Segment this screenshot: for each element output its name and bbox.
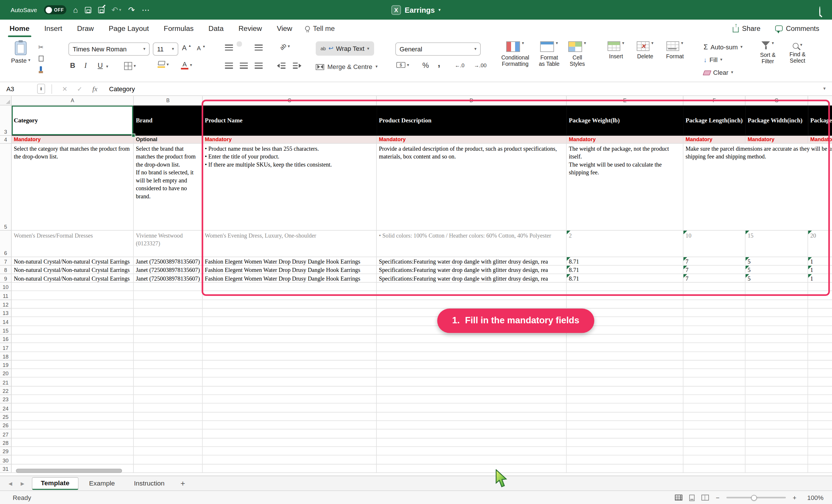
format-cells-button[interactable]: ▾ Format	[661, 41, 689, 59]
cell-A3-selected[interactable]: Category	[11, 106, 133, 136]
name-box[interactable]: A3	[0, 85, 37, 93]
cell[interactable]	[746, 412, 808, 421]
paste-button[interactable]: Paste▾	[8, 41, 33, 63]
cell[interactable]: 1	[808, 257, 832, 265]
cell[interactable]	[377, 447, 567, 455]
cell[interactable]	[808, 412, 832, 421]
zoom-level[interactable]: 100%	[803, 494, 824, 501]
cell[interactable]	[567, 352, 683, 361]
cell[interactable]	[683, 464, 746, 473]
cell[interactable]: 20	[808, 231, 832, 257]
cell[interactable]: Non-natural Crystal/Non-natural Crystal …	[11, 274, 133, 283]
underline-button[interactable]: U	[98, 61, 103, 69]
cell[interactable]: 8.71	[567, 274, 683, 283]
cell[interactable]	[11, 403, 133, 412]
row-header-18[interactable]: 18	[0, 352, 11, 361]
cell[interactable]: 5	[746, 265, 808, 274]
column-header-D[interactable]: D	[377, 96, 567, 105]
cell[interactable]	[134, 300, 203, 309]
cell[interactable]	[567, 300, 683, 309]
tab-page-layout[interactable]: Page Layout	[109, 24, 149, 32]
row-header-24[interactable]: 24	[0, 403, 11, 412]
cell[interactable]	[808, 378, 832, 387]
cell[interactable]	[808, 291, 832, 300]
cell[interactable]	[683, 412, 746, 421]
zoom-in-icon[interactable]: +	[793, 494, 797, 501]
row-header-9[interactable]: 9	[0, 274, 11, 283]
cell[interactable]	[808, 309, 832, 317]
bold-button[interactable]: B	[70, 61, 75, 69]
row-header-29[interactable]: 29	[0, 447, 11, 455]
cell[interactable]	[567, 343, 683, 352]
cell[interactable]	[134, 291, 203, 300]
sort-filter-button[interactable]: ▾ Sort &Filter	[754, 41, 782, 64]
row-header-3[interactable]: 3	[0, 106, 11, 136]
row-header-13[interactable]: 13	[0, 309, 11, 317]
formula-bar-collapse-icon[interactable]: ▾	[823, 86, 826, 91]
cell[interactable]	[808, 429, 832, 438]
cell[interactable]	[11, 369, 133, 378]
cell[interactable]	[683, 343, 746, 352]
cell[interactable]	[746, 403, 808, 412]
cell[interactable]	[203, 317, 377, 326]
cell[interactable]: 5	[746, 274, 808, 283]
cell[interactable]: The weight of the package, not the produ…	[567, 144, 683, 231]
cell[interactable]: Fashion Elegent Women Water Drop Drusy D…	[203, 257, 377, 265]
row-header-22[interactable]: 22	[0, 387, 11, 395]
increase-decimal-button[interactable]: ←.0	[455, 63, 465, 68]
align-center-button[interactable]	[240, 63, 248, 69]
fill-button[interactable]: ↓ Fill ▾	[704, 56, 723, 64]
cell[interactable]: Mandatory	[203, 136, 377, 144]
cell[interactable]	[808, 421, 832, 429]
fill-handle[interactable]	[132, 134, 135, 137]
column-header-A[interactable]: A	[11, 96, 133, 105]
cell[interactable]	[683, 352, 746, 361]
cell[interactable]	[746, 309, 808, 317]
cell[interactable]: Non-natural Crystal/Non-natural Crystal …	[11, 265, 133, 274]
cell[interactable]	[203, 309, 377, 317]
cell[interactable]	[134, 412, 203, 421]
cell[interactable]: Mandatory	[808, 136, 832, 144]
cell[interactable]	[11, 283, 133, 291]
cell[interactable]	[134, 361, 203, 369]
cell[interactable]	[377, 421, 567, 429]
cell[interactable]	[567, 429, 683, 438]
cell[interactable]	[11, 361, 133, 369]
percent-style-button[interactable]: %	[422, 61, 429, 69]
cell[interactable]: Fashion Elegent Women Water Drop Drusy D…	[203, 265, 377, 274]
cell[interactable]	[683, 309, 746, 317]
cell[interactable]	[134, 403, 203, 412]
cell[interactable]	[203, 403, 377, 412]
cell[interactable]: Women's Dresses/Formal Dresses	[11, 231, 133, 257]
cell[interactable]	[377, 300, 567, 309]
cell[interactable]	[746, 464, 808, 473]
cell[interactable]	[134, 309, 203, 317]
cell[interactable]	[683, 387, 746, 395]
cell[interactable]	[746, 429, 808, 438]
cell[interactable]	[683, 361, 746, 369]
page-layout-view-icon[interactable]	[689, 495, 695, 501]
copy-button[interactable]	[38, 56, 43, 61]
accounting-format-button[interactable]: $▾	[396, 62, 409, 68]
cell[interactable]	[134, 335, 203, 343]
sheet-tab-instruction[interactable]: Instruction	[125, 477, 173, 489]
cell[interactable]	[567, 395, 683, 403]
cell[interactable]	[134, 326, 203, 335]
cell[interactable]	[683, 429, 746, 438]
cell[interactable]	[134, 395, 203, 403]
cell[interactable]	[683, 421, 746, 429]
cell[interactable]	[683, 283, 746, 291]
cell[interactable]	[683, 317, 746, 326]
cell[interactable]	[203, 429, 377, 438]
cell[interactable]	[808, 326, 832, 335]
cell[interactable]	[377, 464, 567, 473]
cell[interactable]	[808, 343, 832, 352]
cell[interactable]	[567, 438, 683, 447]
cell[interactable]	[683, 403, 746, 412]
cell[interactable]	[203, 343, 377, 352]
row-header-20[interactable]: 20	[0, 369, 11, 378]
cell[interactable]	[203, 387, 377, 395]
borders-button[interactable]: ▾	[124, 62, 136, 70]
cell[interactable]	[746, 438, 808, 447]
cell[interactable]	[808, 387, 832, 395]
